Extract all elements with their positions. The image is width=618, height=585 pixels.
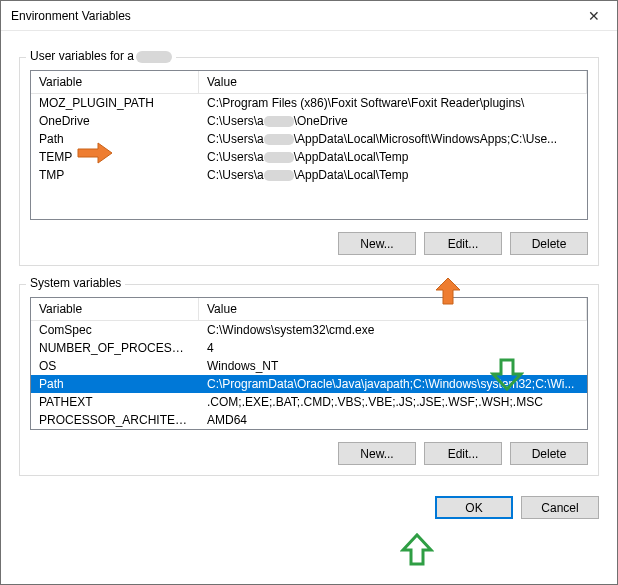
var-value: C:\Windows\system32\cmd.exe bbox=[199, 321, 587, 339]
var-name: Path bbox=[31, 375, 199, 393]
user-variables-list[interactable]: Variable Value MOZ_PLUGIN_PATH C:\Progra… bbox=[30, 70, 588, 220]
var-name: PROCESSOR_IDENTIFIER bbox=[31, 429, 199, 430]
var-name: OneDrive bbox=[31, 112, 199, 130]
var-name: PATHEXT bbox=[31, 393, 199, 411]
list-item-selected[interactable]: Path C:\ProgramData\Oracle\Java\javapath… bbox=[31, 375, 587, 393]
close-icon: ✕ bbox=[588, 8, 600, 24]
var-name: ComSpec bbox=[31, 321, 199, 339]
col-header-variable[interactable]: Variable bbox=[31, 298, 199, 320]
system-delete-button[interactable]: Delete bbox=[510, 442, 588, 465]
list-item[interactable]: MOZ_PLUGIN_PATH C:\Program Files (x86)\F… bbox=[31, 94, 587, 112]
dialog-buttons: OK Cancel bbox=[1, 486, 617, 519]
col-header-value[interactable]: Value bbox=[199, 298, 587, 320]
list-item[interactable]: ComSpec C:\Windows\system32\cmd.exe bbox=[31, 321, 587, 339]
system-variables-label: System variables bbox=[26, 276, 125, 290]
user-variables-group: User variables for a Variable Value MOZ_… bbox=[19, 57, 599, 266]
col-header-value[interactable]: Value bbox=[199, 71, 587, 93]
annotation-arrow-icon bbox=[400, 532, 434, 566]
ok-button[interactable]: OK bbox=[435, 496, 513, 519]
list-item[interactable]: OneDrive C:\Users\a\OneDrive bbox=[31, 112, 587, 130]
var-value: C:\Users\a\OneDrive bbox=[199, 112, 587, 130]
list-item[interactable]: PROCESSOR_ARCHITECTURE AMD64 bbox=[31, 411, 587, 429]
user-variables-label-text: User variables for a bbox=[30, 49, 134, 63]
var-name: Path bbox=[31, 130, 199, 148]
user-new-button[interactable]: New... bbox=[338, 232, 416, 255]
dialog-content: User variables for a Variable Value MOZ_… bbox=[1, 31, 617, 486]
var-value: C:\Users\a\AppData\Local\Temp bbox=[199, 166, 587, 184]
var-value: AMD64 bbox=[199, 411, 587, 429]
system-buttons: New... Edit... Delete bbox=[30, 442, 588, 465]
user-list-header: Variable Value bbox=[31, 71, 587, 94]
var-name: PROCESSOR_ARCHITECTURE bbox=[31, 411, 199, 429]
var-name: OS bbox=[31, 357, 199, 375]
var-value: C:\Users\a\AppData\Local\Temp bbox=[199, 148, 587, 166]
var-value: C:\ProgramData\Oracle\Java\javapath;C:\W… bbox=[199, 375, 587, 393]
var-name: TMP bbox=[31, 166, 199, 184]
list-item[interactable]: TMP C:\Users\a\AppData\Local\Temp bbox=[31, 166, 587, 184]
var-value: Windows_NT bbox=[199, 357, 587, 375]
list-item[interactable]: PROCESSOR_IDENTIFIER Intel64 Family 6 Mo… bbox=[31, 429, 587, 430]
list-item[interactable]: OS Windows_NT bbox=[31, 357, 587, 375]
user-buttons: New... Edit... Delete bbox=[30, 232, 588, 255]
var-name: TEMP bbox=[31, 148, 199, 166]
user-edit-button[interactable]: Edit... bbox=[424, 232, 502, 255]
window-title: Environment Variables bbox=[11, 9, 131, 23]
system-variables-group: System variables Variable Value ComSpec … bbox=[19, 284, 599, 476]
var-value: C:\Program Files (x86)\Foxit Software\Fo… bbox=[199, 94, 587, 112]
close-button[interactable]: ✕ bbox=[571, 1, 617, 31]
var-name: MOZ_PLUGIN_PATH bbox=[31, 94, 199, 112]
list-item[interactable]: Path C:\Users\a\AppData\Local\Microsoft\… bbox=[31, 130, 587, 148]
system-edit-button[interactable]: Edit... bbox=[424, 442, 502, 465]
var-value: .COM;.EXE;.BAT;.CMD;.VBS;.VBE;.JS;.JSE;.… bbox=[199, 393, 587, 411]
system-new-button[interactable]: New... bbox=[338, 442, 416, 465]
list-item[interactable]: NUMBER_OF_PROCESSORS 4 bbox=[31, 339, 587, 357]
user-variables-label: User variables for a bbox=[26, 49, 176, 63]
system-list-header: Variable Value bbox=[31, 298, 587, 321]
var-value: Intel64 Family 6 Model 142 Stepping 9, G… bbox=[199, 429, 587, 430]
cancel-button[interactable]: Cancel bbox=[521, 496, 599, 519]
col-header-variable[interactable]: Variable bbox=[31, 71, 199, 93]
var-name: NUMBER_OF_PROCESSORS bbox=[31, 339, 199, 357]
redacted-username bbox=[136, 51, 172, 63]
list-item[interactable]: PATHEXT .COM;.EXE;.BAT;.CMD;.VBS;.VBE;.J… bbox=[31, 393, 587, 411]
titlebar: Environment Variables ✕ bbox=[1, 1, 617, 31]
system-variables-list[interactable]: Variable Value ComSpec C:\Windows\system… bbox=[30, 297, 588, 430]
env-vars-dialog: Environment Variables ✕ User variables f… bbox=[0, 0, 618, 585]
user-delete-button[interactable]: Delete bbox=[510, 232, 588, 255]
var-value: C:\Users\a\AppData\Local\Microsoft\Windo… bbox=[199, 130, 587, 148]
list-item[interactable]: TEMP C:\Users\a\AppData\Local\Temp bbox=[31, 148, 587, 166]
var-value: 4 bbox=[199, 339, 587, 357]
